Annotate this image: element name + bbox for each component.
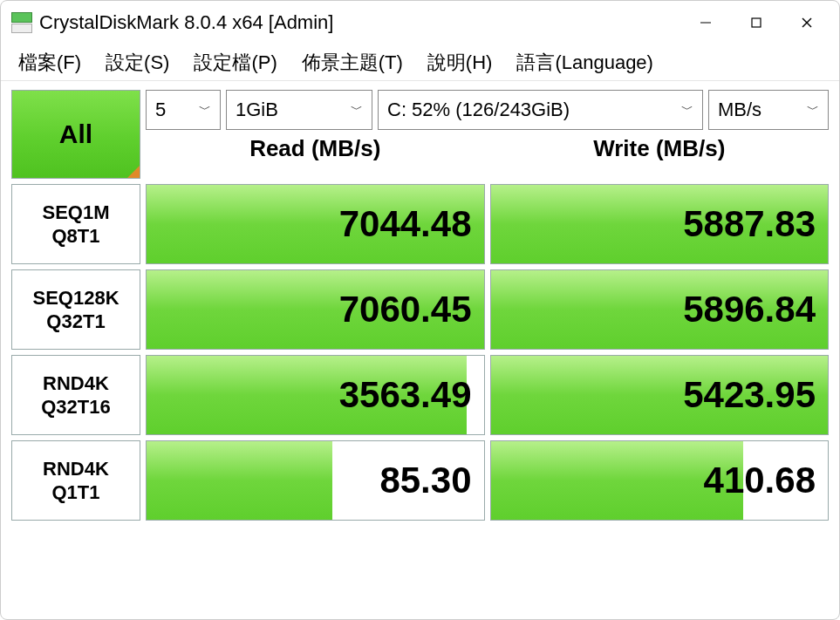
test-label-1: RND4K: [43, 371, 109, 396]
size-select[interactable]: 1GiB ﹀: [226, 90, 372, 130]
menu-settings[interactable]: 設定(S): [93, 46, 181, 79]
test-button-0[interactable]: SEQ1MQ8T1: [11, 184, 140, 264]
window-title: CrystalDiskMark 8.0.4 x64 [Admin]: [39, 11, 333, 34]
benchmark-row: SEQ1MQ8T17044.485887.83: [11, 184, 829, 264]
titlebar: CrystalDiskMark 8.0.4 x64 [Admin]: [1, 1, 839, 44]
close-icon: [801, 17, 813, 29]
read-value: 7044.48: [339, 203, 472, 245]
chevron-down-icon: ﹀: [351, 102, 363, 118]
test-label-1: SEQ1M: [42, 201, 109, 225]
chevron-down-icon: ﹀: [681, 102, 693, 118]
menu-file[interactable]: 檔案(F): [6, 46, 93, 79]
window-controls: [680, 5, 832, 40]
column-header-read: Read (MB/s): [146, 130, 485, 171]
test-button-1[interactable]: SEQ128KQ32T1: [11, 269, 140, 350]
loops-value: 5: [155, 99, 166, 121]
write-value-cell: 5896.84: [490, 269, 830, 350]
unit-value: MB/s: [718, 99, 761, 121]
menubar: 檔案(F) 設定(S) 設定檔(P) 佈景主題(T) 說明(H) 語言(Lang…: [1, 44, 839, 81]
run-all-label: All: [59, 119, 92, 149]
maximize-button[interactable]: [731, 5, 782, 40]
drive-select[interactable]: C: 52% (126/243GiB) ﹀: [378, 90, 703, 130]
app-icon: [11, 12, 32, 33]
maximize-icon: [750, 17, 762, 29]
write-value-cell: 5423.95: [490, 355, 830, 435]
chevron-down-icon: ﹀: [199, 102, 211, 118]
size-value: 1GiB: [236, 99, 278, 121]
menu-help[interactable]: 說明(H): [415, 46, 505, 79]
menu-language[interactable]: 語言(Language): [504, 46, 666, 79]
close-button[interactable]: [782, 5, 832, 40]
read-value-cell: 7060.45: [146, 269, 485, 350]
test-label-2: Q1T1: [51, 480, 99, 505]
read-value-cell: 7044.48: [146, 184, 485, 264]
read-bar: [147, 441, 332, 520]
test-label-1: SEQ128K: [32, 286, 119, 310]
column-header-write: Write (MB/s): [490, 130, 830, 171]
read-value-cell: 3563.49: [146, 355, 485, 435]
test-label-2: Q32T16: [41, 395, 111, 419]
svg-rect-1: [752, 18, 761, 27]
menu-profile[interactable]: 設定檔(P): [181, 46, 289, 79]
minimize-icon: [700, 17, 712, 29]
test-label-2: Q32T1: [46, 310, 105, 334]
content-area: All 5 ﹀ 1GiB ﹀ C: 52% (126/243GiB) ﹀ MB/…: [1, 81, 839, 531]
run-all-button[interactable]: All: [11, 90, 140, 179]
read-value: 3563.49: [339, 374, 472, 416]
benchmark-row: SEQ128KQ32T17060.455896.84: [11, 269, 829, 350]
chevron-down-icon: ﹀: [807, 102, 819, 118]
menu-theme[interactable]: 佈景主題(T): [290, 46, 415, 79]
write-value: 5887.83: [683, 203, 816, 245]
benchmark-row: RND4KQ32T163563.495423.95: [11, 355, 829, 435]
write-value-cell: 410.68: [490, 440, 830, 521]
minimize-button[interactable]: [680, 5, 731, 40]
drive-value: C: 52% (126/243GiB): [387, 99, 570, 121]
unit-select[interactable]: MB/s ﹀: [708, 90, 829, 130]
read-value: 85.30: [379, 460, 471, 501]
write-value: 5896.84: [683, 289, 816, 330]
test-button-3[interactable]: RND4KQ1T1: [11, 440, 140, 521]
read-value: 7060.45: [339, 289, 472, 330]
write-value: 410.68: [704, 460, 816, 501]
benchmark-row: RND4KQ1T185.30410.68: [11, 440, 829, 521]
test-label-1: RND4K: [43, 457, 109, 481]
write-value: 5423.95: [683, 374, 816, 416]
test-label-2: Q8T1: [51, 224, 99, 249]
write-value-cell: 5887.83: [490, 184, 830, 264]
read-value-cell: 85.30: [146, 440, 485, 521]
test-button-2[interactable]: RND4KQ32T16: [11, 355, 140, 435]
loops-select[interactable]: 5 ﹀: [146, 90, 221, 130]
